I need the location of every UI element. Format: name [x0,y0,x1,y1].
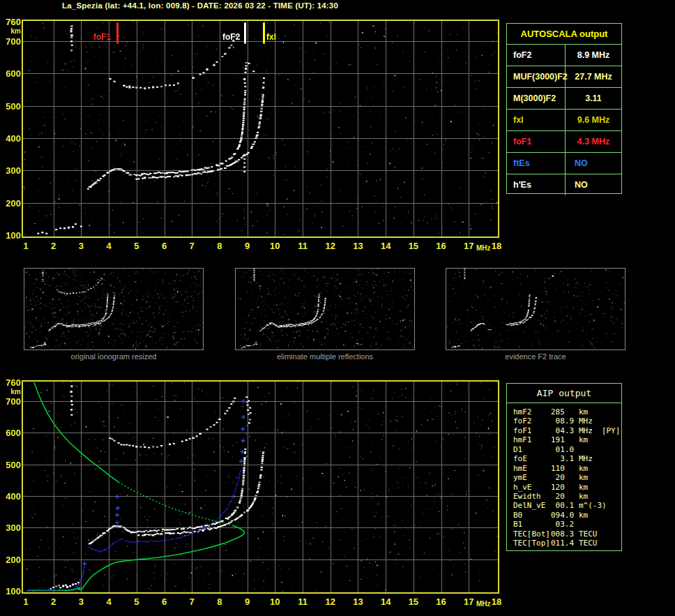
autoscala-row-muf: MUF(3000)F2 27.7 MHz [507,66,621,88]
aip-param-value: 01.0 [551,445,579,454]
x-axis-tick-label: 9 [238,241,257,251]
x-axis-tick-label: 8 [211,241,229,251]
autoscala-window: La_Spezia (lat: +44.1, lon: 009.8) - DAT… [0,0,675,616]
ionogram-plot-top [22,20,499,238]
x-axis-tick-label: 1 [17,596,35,607]
aip-row-hmf2: hmF2285km [513,407,621,416]
fxi-param-value: 9.6 MHz [566,110,621,130]
x-axis-unit-label: MHz [476,600,491,608]
x-axis-tick-label: 16 [432,241,450,251]
thumbnail-no-reflections [235,268,415,350]
x-axis-tick-label: 11 [294,241,312,251]
aip-param-label: foE [513,454,551,463]
aip-param-value: 00.1 [551,501,579,510]
x-axis-tick-label: 15 [404,596,423,607]
m3000-param-value: 3.11 [566,88,621,109]
aip-param-value: 20 [551,492,579,501]
x-axis-tick-label: 12 [321,241,340,251]
aip-param-unit: MHz [579,416,593,426]
autoscala-table-title: AUTOSCALA output [507,24,621,45]
x-axis-tick-label: 14 [377,596,395,607]
hes-param-value: NO [566,174,621,195]
y-axis-tick-label: 760 [0,17,21,27]
aip-param-unit: km [579,407,588,416]
aip-table-body: hmF2285kmfoF2 08.9MHzfoF1 04.3MHz[PY]hmF… [507,403,621,548]
aip-row-yme: ymE 20km [513,473,621,482]
aip-param-unit: km [579,483,588,492]
fxi-marker-label: fxI [266,32,276,42]
y-axis-tick-label: 760 [0,377,21,388]
x-axis-tick-label: 3 [72,596,90,607]
x-axis-tick-label: 6 [156,241,174,251]
y-axis-unit-label: km [0,388,21,396]
aip-param-value: 008.3 [551,529,579,539]
x-axis-tick-label: 2 [45,241,63,251]
autoscala-row-fof1: foF1 4.3 MHz [507,131,621,153]
fof1-param-label: foF1 [507,131,566,152]
aip-row-h-ve: h_vE120km [513,483,621,492]
aip-param-unit: km [579,492,588,501]
y-axis-tick-label: 200 [0,198,21,209]
aip-param-label: D1 [513,445,551,454]
x-axis-tick-label: 17 [460,596,478,607]
x-axis-tick-label: 11 [294,596,312,607]
aip-param-unit: km [579,511,588,520]
thumbnail-f2-trace-caption: evidence F2 trace [446,352,625,361]
thumbnail-f2-trace [446,268,625,350]
x-axis-tick-label: 6 [156,596,174,607]
aip-row-tec-top-: TEC[Top]011.4TECU [513,539,621,548]
aip-row-d1: D1 01.0 [513,445,621,454]
x-axis-tick-label: 10 [266,241,284,251]
x-axis-tick-label: 3 [72,241,90,251]
x-axis-tick-label: 13 [349,241,367,251]
aip-row-b1: B1 03.2 [513,520,621,529]
fof2-param-label: foF2 [507,45,566,66]
aip-row-hmf1: hmF1191km [513,435,621,444]
aip-param-unit: km [579,435,588,444]
ftes-param-label: ftEs [507,153,566,174]
x-axis-tick-label: 15 [404,241,423,251]
station-title: La_Spezia (lat: +44.1, lon: 009.8) - DAT… [62,1,338,10]
aip-param-label: foF1 [513,426,551,435]
x-axis-tick-label: 4 [100,241,118,251]
aip-param-value: 03.2 [551,520,579,529]
aip-param-unit: m^(-3) [579,501,607,510]
autoscala-row-ftes: ftEs NO [507,153,621,174]
m3000-param-label: M(3000)F2 [507,88,566,109]
fxi-param-label: fxI [507,110,566,130]
aip-row-fof1: foF1 04.3MHz[PY] [513,426,621,435]
autoscala-row-fxi: fxI 9.6 MHz [507,110,621,131]
thumbnail-f2-trace-canvas [446,269,625,350]
y-axis-tick-label: 600 [0,428,21,438]
aip-param-label: TEC[Top] [513,539,551,548]
aip-param-label: hmE [513,464,551,473]
x-axis-tick-label: 8 [211,596,229,607]
top-ionogram-canvas [23,21,498,236]
aip-param-label: ymE [513,473,551,482]
aip-param-label: DelN_vE [513,501,551,510]
y-axis-tick-label: 500 [0,460,21,470]
aip-param-value: 3.1 [551,454,579,463]
aip-param-label: foF2 [513,416,551,426]
autoscala-output-table: AUTOSCALA output foF2 8.9 MHz MUF(3000)F… [506,23,622,194]
muf-param-value: 27.7 MHz [566,66,621,87]
aip-param-unit: MHz [579,426,593,435]
y-axis-tick-label: 400 [0,491,21,502]
x-axis-tick-label: 12 [321,596,340,607]
aip-row-deln-ve: DelN_vE 00.1m^(-3) [513,501,621,510]
x-axis-tick-label: 10 [266,596,284,607]
x-axis-tick-label: 17 [460,241,478,251]
y-axis-tick-label: 600 [0,68,21,79]
aip-param-unit: MHz [579,454,593,463]
thumbnail-original-caption: original ionogram resized [24,352,203,361]
y-axis-tick-label: 200 [0,555,21,565]
aip-param-label: TEC[Bot] [513,529,551,539]
aip-param-label: B1 [513,520,551,529]
fof1-param-value: 4.3 MHz [566,131,621,152]
aip-param-unit: TECU [579,529,598,539]
y-axis-tick-label: 100 [0,230,21,241]
aip-param-value: 120 [551,483,579,492]
fof2-marker-label: foF2 [222,32,240,42]
aip-param-value: 04.3 [551,426,579,435]
thumbnail-no-reflections-caption: eliminate multiple reflections [236,352,414,361]
